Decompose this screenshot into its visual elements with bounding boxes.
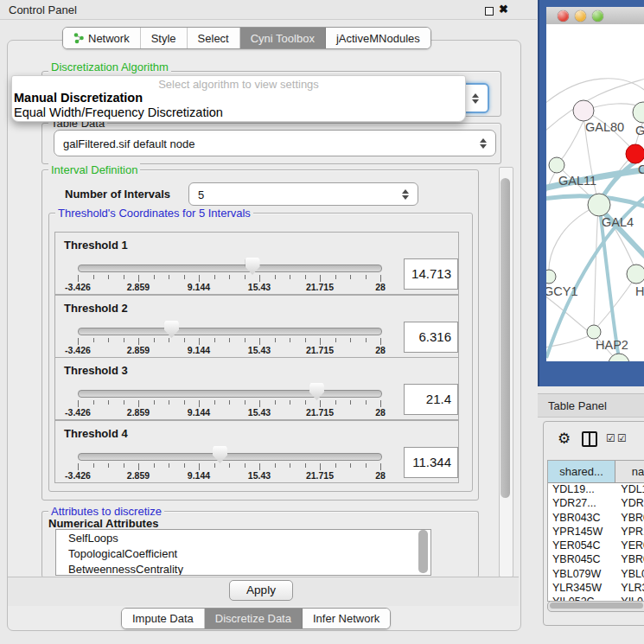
panel-scrollbar[interactable] [499, 167, 513, 577]
table-hscrollbar-thumb[interactable] [550, 603, 643, 609]
slider-tick [214, 463, 215, 468]
slider-tick [154, 463, 155, 468]
slider-tick [245, 275, 245, 279]
network-node-c[interactable] [626, 144, 644, 163]
table-row[interactable]: YBL079WYBL0 [548, 568, 644, 582]
threshold-panel-3: Threshold 3-3.4262.8599.14415.4321.71528… [54, 357, 459, 420]
slider-tick [108, 275, 109, 279]
tab-select[interactable]: Select [188, 28, 240, 48]
threshold-value-field[interactable]: 14.713 [404, 258, 458, 290]
slider-thumb[interactable] [309, 383, 324, 400]
tab-infer-network[interactable]: Infer Network [303, 609, 390, 628]
attributes-group-label: Attributes to discretize [48, 505, 164, 518]
tab-jactivemnodules[interactable]: jActiveMNodules [326, 28, 430, 48]
threshold-value-field[interactable]: 11.344 [404, 447, 458, 478]
cell-name: YLR3 [615, 582, 644, 596]
slider-thumb[interactable] [164, 321, 179, 338]
cell-shared-name: YBR045C [548, 553, 615, 567]
tab-network[interactable]: Network [63, 28, 141, 48]
slider-tick [138, 275, 139, 282]
network-node-h[interactable] [627, 265, 644, 284]
table-row[interactable]: YER054CYER0 [548, 539, 644, 553]
slider-thumb[interactable] [245, 258, 260, 275]
thresholds-group: Threshold 1-3.4262.8599.14415.4321.71528… [48, 213, 473, 492]
table-data-combobox[interactable]: galFiltered.sif default node [54, 130, 496, 156]
slider-tick-label: 9.144 [175, 470, 222, 481]
threshold-panel-4: Threshold 4-3.4262.8599.14415.4321.71528… [54, 420, 459, 483]
slider-thumb[interactable] [213, 446, 227, 463]
attribute-item-betweennesscentrality[interactable]: BetweennessCentrality [56, 561, 430, 576]
close-light[interactable] [558, 10, 569, 22]
number-of-intervals-combobox[interactable]: 5 [188, 182, 418, 206]
network-view-window: GAL80GACGAL11GAL4GCY1HHAP2 [538, 0, 644, 386]
attributes-scrollbar-thumb[interactable] [418, 530, 428, 573]
table-row[interactable]: YBR045CYBR0 [548, 553, 644, 567]
slider-tick-label: 2.859 [115, 345, 162, 355]
cell-name: YBL0 [615, 568, 644, 582]
numerical-attributes-list[interactable]: SelfLoopsTopologicalCoefficientBetweenne… [55, 529, 431, 576]
table-row[interactable]: YPR145WYPR1 [548, 526, 644, 539]
slider-tick [93, 463, 94, 468]
threshold-panel-1: Threshold 1-3.4262.8599.14415.4321.71528… [54, 232, 459, 295]
network-canvas[interactable]: GAL80GACGAL11GAL4GCY1HHAP2 [546, 24, 644, 361]
slider-track[interactable] [78, 328, 382, 335]
tab-style[interactable]: Style [141, 28, 188, 48]
tab-impute-data[interactable]: Impute Data [122, 609, 205, 628]
float-window-icon[interactable] [485, 7, 494, 16]
threshold-value-field[interactable]: 21.4 [404, 384, 458, 415]
cell-shared-name: YDL19... [548, 483, 615, 497]
table-hscrollbar[interactable] [547, 601, 644, 612]
table-panel-header: Table Panel [538, 393, 644, 418]
zoom-light[interactable] [592, 10, 603, 22]
tab-discretize-data[interactable]: Discretize Data [205, 609, 303, 628]
control-panel-tabs: NetworkStyleSelectCyni ToolboxjActiveMNo… [62, 27, 431, 49]
combo-arrows-icon [480, 138, 488, 149]
slider-tick [124, 338, 124, 342]
slider-tick [214, 275, 215, 279]
columns-icon[interactable] [582, 431, 597, 447]
attribute-item-topologicalcoefficient[interactable]: TopologicalCoefficient [56, 545, 430, 561]
threshold-label: Threshold 2 [64, 302, 128, 315]
slider-track[interactable] [78, 453, 382, 461]
slider-tick [214, 338, 215, 342]
network-node-gal4[interactable] [588, 194, 610, 216]
gear-icon[interactable]: ⚙ [558, 430, 571, 448]
threshold-label: Threshold 4 [64, 427, 128, 440]
tab-label: Select [198, 32, 229, 45]
column-header-name[interactable]: na [615, 461, 644, 483]
slider-tick [350, 338, 351, 342]
threshold-value-field[interactable]: 6.316 [404, 322, 458, 353]
checkbox-icon[interactable]: ☑ [606, 432, 615, 444]
combo-arrows-icon [472, 93, 480, 104]
checkbox-icon[interactable]: ☑ [617, 432, 627, 444]
slider-tick [366, 463, 367, 468]
slider-track[interactable] [78, 265, 382, 272]
slider-track[interactable] [78, 390, 382, 398]
algorithm-dropdown-popup: Select algorithm to view settings Manual… [11, 75, 466, 122]
cell-shared-name: YBR043C [548, 512, 615, 526]
table-toolbar: ⚙ ☑ ☑ [547, 429, 644, 451]
column-header-shared[interactable]: shared... [548, 461, 615, 483]
close-icon[interactable]: ✖ [499, 3, 508, 16]
slider-tick [199, 463, 200, 470]
panel-scrollbar-thumb[interactable] [501, 178, 510, 498]
apply-button[interactable]: Apply [229, 580, 293, 601]
table-row[interactable]: YLR345WYLR3 [548, 582, 644, 596]
network-node-gal11[interactable] [549, 157, 564, 173]
algorithm-option-equal-width-frequency-discretization[interactable]: Equal Width/Frequency Discretization [12, 105, 465, 120]
table-row[interactable]: YBR043CYBR0 [548, 512, 644, 526]
minimize-light[interactable] [575, 10, 586, 22]
slider-tick-label: -3.426 [54, 345, 101, 355]
network-node-hap2[interactable] [587, 325, 601, 339]
algorithm-option-manual-discretization[interactable]: Manual Discretization [12, 91, 465, 105]
network-node-gcy1[interactable] [546, 270, 556, 284]
slider-tick [199, 338, 200, 345]
network-inner-window: GAL80GACGAL11GAL4GCY1HHAP2 [546, 7, 644, 361]
attribute-item-selfloops[interactable]: SelfLoops [56, 530, 430, 545]
network-node-gal80[interactable] [573, 100, 594, 121]
node-label: C [638, 163, 644, 176]
table-row[interactable]: YDL19...YDL1 [548, 483, 644, 497]
table-row[interactable]: YDR27...YDR2 [548, 497, 644, 511]
slider-tick-label: 21.715 [296, 407, 343, 418]
tab-cyni-toolbox[interactable]: Cyni Toolbox [240, 28, 326, 48]
